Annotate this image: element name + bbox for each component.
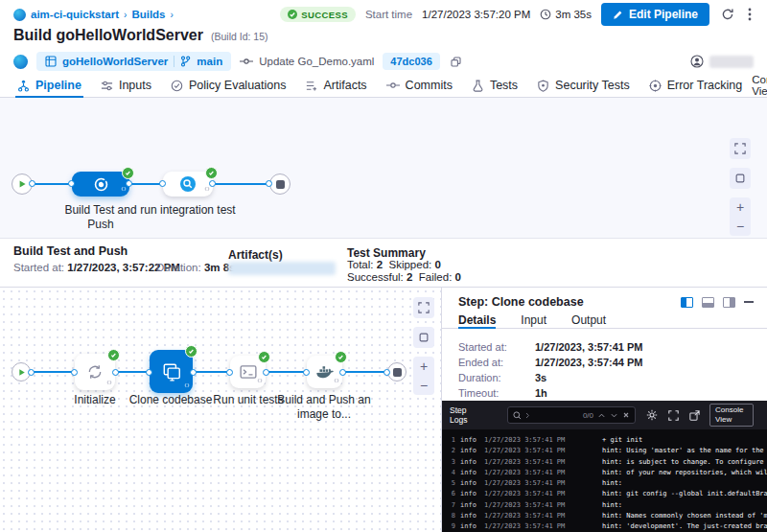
step-node-initialize[interactable] (75, 354, 115, 390)
step-graph-canvas[interactable]: Initialize Clone codebase Run unit tests… (0, 288, 442, 532)
conditional-execution-icon (257, 373, 263, 386)
artifact-link-redacted[interactable] (228, 262, 336, 275)
tab-input[interactable]: Input (521, 312, 546, 328)
open-in-new-button[interactable] (689, 410, 700, 421)
ci-stage-icon (93, 176, 109, 193)
stage-label[interactable]: Build Test and Push (51, 203, 151, 232)
stage-node-run-integration-test[interactable] (163, 172, 213, 197)
build-page: aim-ci-quickstart › Builds › SUCCESS Sta… (0, 0, 767, 532)
connector-line (193, 371, 230, 373)
external-link-icon (689, 410, 700, 421)
branch-name: main (197, 56, 222, 67)
connector-port (28, 369, 35, 376)
commits-icon (386, 81, 400, 90)
tab-error-tracking[interactable]: Error Tracking (639, 74, 753, 97)
log-timestamp: 1/27/2023 3:57:41 PM (484, 446, 572, 456)
log-message: + git init (602, 435, 642, 446)
zoom-out-button[interactable]: − (730, 217, 751, 236)
search-next-button[interactable] (610, 413, 618, 418)
test-summary-line2: Successful: 2 Failed: 0 (347, 271, 461, 283)
step-node-build-and-push[interactable] (307, 356, 342, 388)
minimize-panel-button[interactable] (744, 301, 754, 303)
tab-commits[interactable]: Commits (377, 74, 462, 97)
tab-inputs[interactable]: Inputs (91, 74, 161, 97)
refresh-icon (721, 8, 734, 21)
tab-details[interactable]: Details (458, 312, 496, 328)
repo-branch-chip[interactable]: goHelloWorldServer main (36, 52, 231, 71)
log-level: info (460, 521, 478, 532)
log-message: hint: of your new repositories, which wi… (602, 468, 767, 478)
tab-tests[interactable]: Tests (462, 74, 527, 97)
breadcrumb: aim-ci-quickstart › Builds › (13, 9, 174, 21)
connector-line (213, 183, 269, 185)
copy-icon (451, 57, 461, 67)
fullscreen-button[interactable] (413, 297, 434, 318)
more-options-button[interactable] (746, 6, 754, 23)
tab-output[interactable]: Output (571, 312, 606, 328)
log-timestamp: 1/27/2023 3:57:41 PM (484, 478, 572, 489)
field-row: Duration: 3s (458, 370, 767, 385)
log-line-number: 4 (447, 468, 455, 478)
step-panel-tabs: Details Input Output (442, 312, 767, 329)
copy-sha-button[interactable] (449, 55, 463, 69)
user-icon (690, 55, 704, 68)
tab-policy-evaluations[interactable]: Policy Evaluations (161, 74, 295, 97)
log-line-number: 9 (447, 521, 455, 532)
log-fullscreen-button[interactable] (668, 410, 679, 421)
start-time-value: 1/27/2023 3:57:20 PM (422, 9, 530, 20)
layout-bottom-view-button[interactable] (702, 297, 714, 308)
connector-port (209, 180, 216, 187)
gear-icon (646, 409, 658, 421)
breadcrumb-builds[interactable]: Builds (131, 9, 165, 20)
commit-sha[interactable]: 47dc036 (383, 53, 439, 70)
elapsed-time: 3m 35s (540, 9, 592, 20)
search-prev-button[interactable] (597, 413, 606, 418)
fit-to-screen-button[interactable] (413, 327, 434, 348)
step-label[interactable]: Initialize (57, 393, 133, 407)
tab-pipeline[interactable]: Pipeline (8, 74, 91, 97)
tab-security-tests[interactable]: Security Tests (527, 74, 639, 97)
field-row: Timeout: 1h (458, 385, 767, 401)
log-search-input[interactable]: 0/0 (507, 406, 636, 424)
steps-end-node[interactable] (387, 362, 407, 382)
tab-label: Tests (490, 79, 518, 92)
commit-message[interactable]: Update Go_Demo.yaml (259, 56, 374, 67)
log-message: hint: 'development'. The just-created br… (602, 521, 767, 532)
zoom-out-button[interactable]: − (413, 376, 434, 395)
tab-artifacts[interactable]: Artifacts (295, 74, 376, 97)
fit-to-screen-button[interactable] (730, 168, 751, 189)
zoom-controls: + − (413, 357, 434, 395)
zoom-in-button[interactable]: + (413, 357, 434, 376)
stage-started-at: Started at: 1/27/2023, 3:57:22 PM (13, 262, 180, 273)
successful-label: Successful: (347, 271, 404, 283)
log-settings-button[interactable] (646, 409, 658, 421)
field-value: 1h (535, 387, 547, 399)
stage-graph-canvas[interactable]: Build Test and Push run integration test… (0, 98, 767, 238)
search-match-count: 0/0 (583, 411, 593, 420)
search-close-button[interactable] (622, 412, 630, 418)
step-node-run-unit-tests[interactable] (230, 356, 266, 388)
field-label: Timeout: (458, 387, 535, 399)
sync-icon (86, 363, 104, 381)
step-node-clone-codebase[interactable] (150, 350, 193, 393)
stop-icon (276, 180, 285, 189)
layout-split-view-button[interactable] (681, 297, 693, 308)
breadcrumb-project[interactable]: aim-ci-quickstart (31, 9, 119, 20)
edit-pipeline-button[interactable]: Edit Pipeline (601, 3, 709, 26)
refresh-button[interactable] (719, 6, 736, 23)
fullscreen-button[interactable] (730, 138, 751, 159)
success-check-badge (185, 345, 198, 358)
artifacts-icon (305, 80, 317, 92)
stage-node-build-test-and-push[interactable] (72, 172, 129, 197)
log-body[interactable]: 1info1/27/2023 3:57:41 PM+ git init 2inf… (442, 429, 767, 532)
project-icon (13, 9, 26, 21)
stage-details-strip: Build Test and Push Started at: 1/27/202… (0, 238, 767, 288)
stage-label[interactable]: run integration test (138, 203, 238, 218)
console-view-button[interactable]: Console View (709, 404, 754, 426)
layout-right-view-button[interactable] (723, 297, 735, 308)
step-label[interactable]: Build and Push an image to... (275, 393, 373, 422)
zoom-in-button[interactable]: + (730, 197, 751, 217)
clone-codebase-icon (161, 361, 182, 382)
log-line-number: 2 (447, 446, 455, 456)
pipeline-end-node[interactable] (269, 173, 291, 195)
